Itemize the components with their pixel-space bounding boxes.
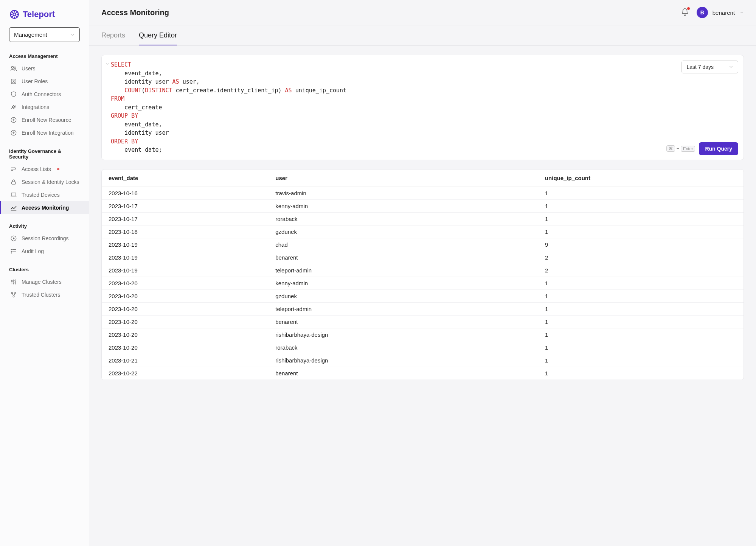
sidebar-item-session-locks[interactable]: Session & Identity Locks [0,176,89,188]
table-row[interactable]: 2023-10-22benarent1 [102,367,744,380]
shield-icon [10,91,17,98]
sidebar-item-session-recordings[interactable]: Session Recordings [0,232,89,245]
nav-section-label: Identity Governance & Security [0,145,89,163]
sidebar-item-label: Session Recordings [22,235,69,241]
chevron-down-icon [106,62,109,66]
column-header[interactable]: unique_ip_count [538,170,744,187]
table-cell: 1 [538,212,744,225]
users-icon [10,65,17,72]
table-cell: rishibarbhaya-design [269,354,538,367]
table-cell: 1 [538,277,744,289]
chevron-down-icon [70,33,75,37]
list-arrow-icon [10,166,17,173]
table-cell: 2 [538,264,744,277]
svg-point-31 [13,282,14,283]
table-row[interactable]: 2023-10-17roraback1 [102,212,744,225]
sidebar-item-user-roles[interactable]: User Roles [0,75,89,88]
run-query-button[interactable]: Run Query [699,142,738,155]
results-card: event_dateuserunique_ip_count 2023-10-16… [101,169,744,380]
svg-point-30 [11,280,12,282]
sidebar: Teleport Management Access ManagementUse… [0,0,89,546]
table-cell: gzdunek [269,289,538,302]
svg-rect-15 [12,182,16,184]
table-cell: 2023-10-19 [102,238,269,251]
sidebar-item-enroll-resource[interactable]: Enroll New Resource [0,114,89,126]
table-row[interactable]: 2023-10-18gzdunek1 [102,225,744,238]
main: Access Monitoring B benarent Reports Que… [89,0,756,546]
sidebar-item-access-lists[interactable]: Access Lists [0,163,89,176]
plus-circle-icon [10,117,17,123]
table-cell: travis-admin [269,187,538,199]
table-row[interactable]: 2023-10-16travis-admin1 [102,187,744,199]
table-row[interactable]: 2023-10-19chad9 [102,238,744,251]
table-cell: benarent [269,315,538,328]
table-cell: 2023-10-20 [102,341,269,354]
table-row[interactable]: 2023-10-19teleport-admin2 [102,264,744,277]
column-header[interactable]: event_date [102,170,269,187]
table-cell: 1 [538,302,744,315]
table-cell: 9 [538,238,744,251]
sql-editor[interactable]: SELECT event_date, identity_user AS user… [111,61,738,154]
table-row[interactable]: 2023-10-20rishibarbhaya-design1 [102,328,744,341]
play-circle-icon [10,235,17,242]
sidebar-item-label: Trusted Clusters [22,292,60,298]
sliders-icon [10,278,17,285]
table-row[interactable]: 2023-10-21rishibarbhaya-design1 [102,354,744,367]
sidebar-item-auth-connectors[interactable]: Auth Connectors [0,88,89,101]
sidebar-item-trusted-clusters[interactable]: Trusted Clusters [0,288,89,301]
sidebar-item-enroll-integration[interactable]: Enroll New Integration [0,126,89,139]
svg-rect-16 [11,193,16,196]
svg-point-2 [11,66,13,68]
table-cell: 2023-10-22 [102,367,269,380]
sidebar-item-manage-clusters[interactable]: Manage Clusters [0,275,89,288]
table-cell: 1 [538,328,744,341]
sidebar-item-label: Enroll New Integration [22,130,74,136]
table-cell: 2023-10-20 [102,328,269,341]
table-row[interactable]: 2023-10-20teleport-admin1 [102,302,744,315]
sidebar-item-label: Enroll New Resource [22,117,71,123]
tab-reports[interactable]: Reports [101,25,125,45]
svg-point-3 [14,67,16,69]
sidebar-item-label: User Roles [22,78,48,84]
query-editor-card: SELECT event_date, identity_user AS user… [101,55,744,160]
table-cell: teleport-admin [269,264,538,277]
table-cell: 2023-10-18 [102,225,269,238]
svg-point-5 [13,80,14,82]
table-cell: 2023-10-19 [102,264,269,277]
table-row[interactable]: 2023-10-20benarent1 [102,315,744,328]
brand-logo[interactable]: Teleport [0,6,89,27]
context-selector[interactable]: Management [9,27,80,42]
table-cell: 1 [538,367,744,380]
nav-section-label: Access Management [0,50,89,62]
table-cell: 2023-10-17 [102,199,269,212]
tab-query-editor[interactable]: Query Editor [139,25,177,45]
time-range-select[interactable]: Last 7 days [681,61,738,73]
table-cell: kenny-admin [269,199,538,212]
sidebar-item-access-monitoring[interactable]: Access Monitoring [0,201,89,214]
brand-name: Teleport [23,9,55,19]
table-row[interactable]: 2023-10-20roraback1 [102,341,744,354]
svg-point-25 [11,251,12,252]
table-cell: 1 [538,289,744,302]
user-menu[interactable]: B benarent [697,7,744,18]
table-row[interactable]: 2023-10-19benarent2 [102,251,744,264]
table-row[interactable]: 2023-10-20gzdunek1 [102,289,744,302]
sidebar-item-users[interactable]: Users [0,62,89,75]
sidebar-item-integrations[interactable]: Integrations [0,101,89,114]
chart-line-icon [10,204,17,211]
table-cell: 2023-10-16 [102,187,269,199]
table-cell: 1 [538,199,744,212]
table-cell: 2023-10-19 [102,251,269,264]
table-row[interactable]: 2023-10-20kenny-admin1 [102,277,744,289]
column-header[interactable]: user [269,170,538,187]
sidebar-item-label: Access Lists [22,166,51,172]
page-title: Access Monitoring [101,8,169,17]
table-row[interactable]: 2023-10-17kenny-admin1 [102,199,744,212]
notifications-button[interactable] [681,8,689,17]
run-shortcut-hint: ⌘ + Enter [666,145,695,152]
table-cell: 1 [538,354,744,367]
sidebar-item-trusted-devices[interactable]: Trusted Devices [0,188,89,201]
sidebar-item-audit-log[interactable]: Audit Log [0,245,89,258]
nav-section-label: Clusters [0,263,89,275]
code-fold-gutter[interactable] [104,61,111,154]
